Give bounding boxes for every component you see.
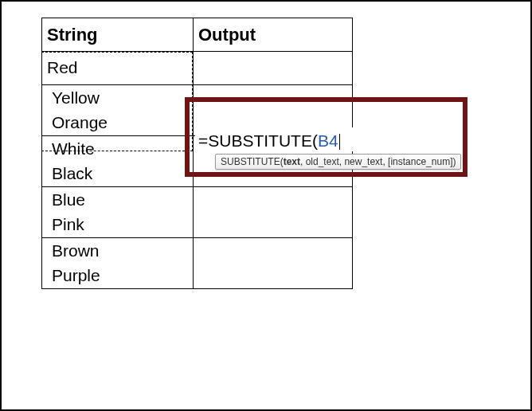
group-row-2: Blue Pink xyxy=(42,186,353,237)
tooltip-fn: SUBSTITUTE( xyxy=(221,156,284,167)
string-cell-1[interactable]: White Black xyxy=(42,135,194,186)
header-output: Output xyxy=(194,18,353,52)
group-3-line-1: Purple xyxy=(47,263,188,288)
text-caret xyxy=(339,134,340,150)
header-string: String xyxy=(42,18,194,52)
string-cell-3[interactable]: Brown Purple xyxy=(42,237,194,288)
function-tooltip[interactable]: SUBSTITUTE(text, old_text, new_text, [in… xyxy=(215,154,461,170)
group-row-3: Brown Purple xyxy=(42,237,353,288)
tooltip-arg-bold: text xyxy=(284,156,300,167)
group-2-line-0: Blue xyxy=(47,187,188,212)
group-0-line-1: Yellow xyxy=(47,85,188,110)
active-formula-cell[interactable]: =SUBSTITUTE(B4 xyxy=(195,127,370,151)
group-0-line-2: Orange xyxy=(47,110,188,135)
spacer-string-cell[interactable]: Red xyxy=(42,52,194,85)
spacer-row: Red xyxy=(42,52,353,85)
tooltip-rest: , old_text, new_text, [instance_num]) xyxy=(300,156,456,167)
formula-prefix: =SUBSTITUTE( xyxy=(198,131,318,150)
output-cell-3[interactable] xyxy=(194,237,353,288)
string-cell-0[interactable]: Yellow Orange xyxy=(42,85,194,136)
header-row: String Output xyxy=(42,18,353,52)
group-3-line-0: Brown xyxy=(47,238,188,263)
group-1-line-1: Black xyxy=(47,161,188,186)
group-2-line-1: Pink xyxy=(47,212,188,237)
string-cell-2[interactable]: Blue Pink xyxy=(42,186,194,237)
output-cell-2[interactable] xyxy=(194,186,353,237)
outer-frame: String Output Red Yellow Orange xyxy=(0,0,532,411)
group-0-line-0: Red xyxy=(47,57,188,78)
group-1-line-0: White xyxy=(47,136,188,161)
formula-reference: B4 xyxy=(318,131,338,150)
spacer-output-cell[interactable] xyxy=(194,52,353,85)
